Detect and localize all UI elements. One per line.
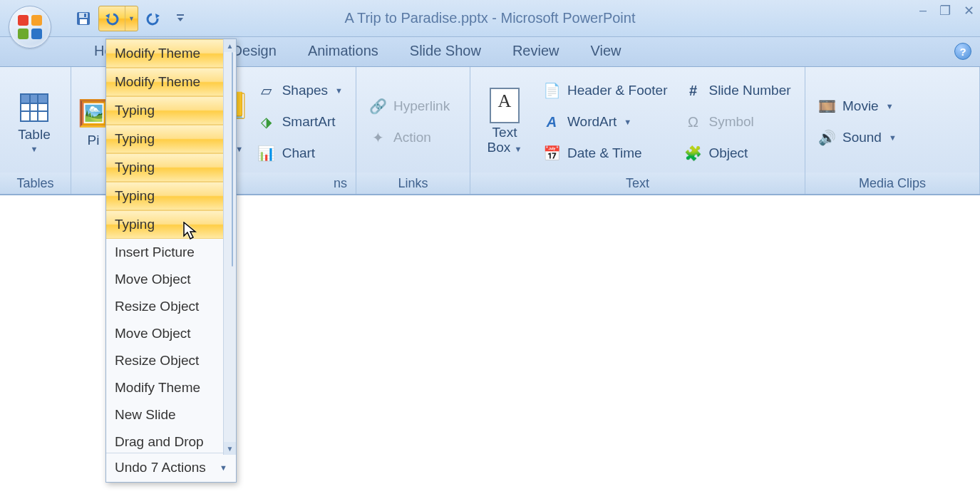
close-button[interactable]: ✕ <box>964 3 974 19</box>
svg-rect-1 <box>79 13 88 18</box>
group-label-links: Links <box>356 173 470 194</box>
help-icon[interactable]: ? <box>954 43 971 60</box>
redo-icon <box>145 11 162 26</box>
scroll-down-button[interactable]: ▼ <box>224 442 236 455</box>
undo-split-button[interactable]: ▼ <box>98 6 138 31</box>
tab-review[interactable]: Review <box>497 37 575 66</box>
smartart-button[interactable]: ⬗SmartArt <box>251 107 350 137</box>
text-box-button[interactable]: A TextBox ▼ <box>476 76 533 168</box>
undo-history-item[interactable]: Resize Object <box>106 293 223 320</box>
action-button[interactable]: ✦Action <box>362 123 457 153</box>
sound-button[interactable]: 🔊Sound ▼ <box>811 123 904 153</box>
undo-history-item[interactable]: Move Object <box>106 320 223 347</box>
object-icon: 🧩 <box>684 145 701 162</box>
header-footer-button[interactable]: 📄Header & Footer <box>536 76 674 106</box>
hyperlink-button[interactable]: 🔗Hyperlink <box>362 91 457 121</box>
smartart-icon: ⬗ <box>258 113 275 130</box>
shapes-button[interactable]: ▱Shapes ▼ <box>251 76 350 106</box>
office-button[interactable] <box>9 6 51 48</box>
scroll-thumb[interactable] <box>232 52 233 267</box>
undo-button[interactable] <box>99 6 125 31</box>
group-label-tables: Tables <box>0 173 71 194</box>
undo-history-item[interactable]: Move Object <box>106 266 223 293</box>
undo-history-item[interactable]: Typing <box>106 96 223 125</box>
redo-button[interactable] <box>141 6 165 31</box>
undo-history-item[interactable]: Typing <box>106 182 223 210</box>
wordart-button[interactable]: AWordArt ▼ <box>536 107 674 137</box>
group-label-media: Media Clips <box>805 173 979 194</box>
table-button[interactable]: Table ▼ <box>6 76 63 168</box>
date-time-icon: 📅 <box>543 145 560 162</box>
undo-scrollbar[interactable]: ▲ ▼ <box>223 39 236 455</box>
symbol-icon: Ω <box>684 113 701 130</box>
movie-button[interactable]: 🎞️Movie ▼ <box>811 91 904 121</box>
action-icon: ✦ <box>369 129 386 146</box>
undo-history-item[interactable]: Modify Theme <box>106 68 223 96</box>
group-media-clips: 🎞️Movie ▼ 🔊Sound ▼ Media Clips <box>805 67 980 194</box>
symbol-button[interactable]: ΩSymbol <box>677 107 798 137</box>
slide-number-icon: # <box>684 82 701 99</box>
group-links: 🔗Hyperlink ✦Action Links <box>356 67 470 194</box>
chevron-down-icon: ▼ <box>220 463 227 472</box>
undo-history-dropdown: Modify ThemeModify ThemeTypingTypingTypi… <box>105 38 237 483</box>
date-time-button[interactable]: 📅Date & Time <box>536 138 674 168</box>
save-icon <box>76 11 91 26</box>
undo-history-item[interactable]: Modify Theme <box>106 374 223 401</box>
undo-history-item[interactable]: Typing <box>106 125 223 153</box>
text-box-icon: A <box>490 88 520 123</box>
shapes-icon: ▱ <box>258 82 275 99</box>
undo-summary-footer[interactable]: Undo 7 Actions ▼ <box>106 453 236 482</box>
svg-rect-3 <box>84 14 86 17</box>
save-button[interactable] <box>71 6 96 31</box>
undo-history-item[interactable]: New Slide <box>106 401 223 428</box>
tab-view[interactable]: View <box>574 37 636 66</box>
undo-icon <box>103 11 120 26</box>
table-icon <box>20 93 48 122</box>
tab-slideshow[interactable]: Slide Show <box>394 37 497 66</box>
office-logo-icon <box>18 15 42 39</box>
undo-history-item[interactable]: Drag and Drop <box>106 428 223 453</box>
undo-history-item[interactable]: Typing <box>106 210 223 239</box>
group-text: A TextBox ▼ 📄Header & Footer AWordArt ▼ … <box>470 67 805 194</box>
chart-button[interactable]: 📊Chart <box>251 138 350 168</box>
group-label-text: Text <box>470 173 805 194</box>
chevron-down-icon: ▼ <box>31 145 38 153</box>
sound-icon: 🔊 <box>818 129 835 146</box>
window-controls: – ❐ ✕ <box>919 3 974 19</box>
quick-access-toolbar: ▼ <box>71 0 185 36</box>
undo-history-item[interactable]: Modify Theme <box>106 39 223 68</box>
undo-history-item[interactable]: Typing <box>106 153 223 182</box>
object-button[interactable]: 🧩Object <box>677 138 798 168</box>
svg-rect-2 <box>80 19 87 24</box>
restore-button[interactable]: ❐ <box>939 3 951 19</box>
minimize-button[interactable]: – <box>919 3 927 19</box>
slide-number-button[interactable]: #Slide Number <box>677 76 798 106</box>
title-bar: ▼ A Trip to Paradise.pptx - Microsoft Po… <box>0 0 980 37</box>
tab-animations[interactable]: Animations <box>292 37 394 66</box>
chart-icon: 📊 <box>258 145 275 162</box>
scroll-up-button[interactable]: ▲ <box>224 39 236 52</box>
header-footer-icon: 📄 <box>543 82 560 99</box>
undo-history-item[interactable]: Insert Picture <box>106 239 223 266</box>
undo-history-list: Modify ThemeModify ThemeTypingTypingTypi… <box>106 39 236 453</box>
wordart-icon: A <box>543 113 560 130</box>
undo-dropdown-arrow[interactable]: ▼ <box>125 6 138 31</box>
group-tables: Table ▼ Tables <box>0 67 71 194</box>
hyperlink-icon: 🔗 <box>369 98 386 115</box>
movie-icon: 🎞️ <box>818 98 835 115</box>
qat-customize-arrow[interactable] <box>175 6 185 31</box>
undo-history-item[interactable]: Resize Object <box>106 347 223 374</box>
